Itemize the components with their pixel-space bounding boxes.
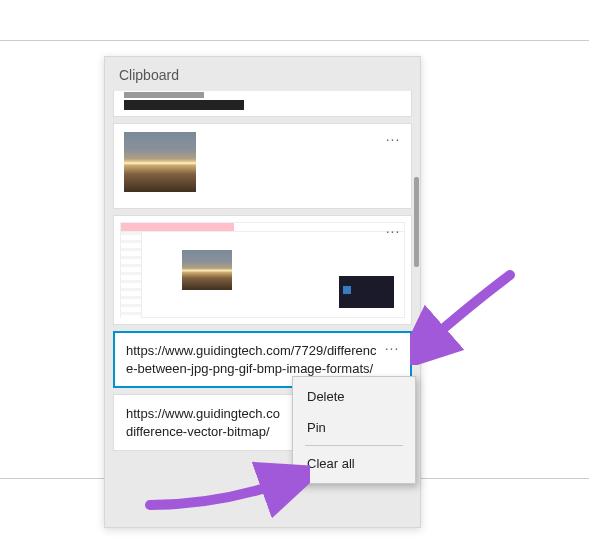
panel-title: Clipboard <box>105 57 420 91</box>
clipboard-entry[interactable] <box>113 91 412 117</box>
clipboard-text: https://www.guidingtech.com/7729/differe… <box>126 343 377 376</box>
menu-pin[interactable]: Pin <box>293 412 415 443</box>
more-icon[interactable]: ··· <box>380 339 404 357</box>
arrow-annotation <box>410 265 520 365</box>
clipboard-entry[interactable]: ··· <box>113 215 412 325</box>
more-icon[interactable]: ··· <box>381 130 405 148</box>
scrollbar-thumb[interactable] <box>414 177 419 267</box>
more-icon[interactable]: ··· <box>381 222 405 240</box>
menu-clear-all[interactable]: Clear all <box>293 448 415 479</box>
image-thumbnail <box>124 132 196 192</box>
thumbnail-strip <box>124 100 244 110</box>
clipboard-text: https://www.guidingtech.co difference-ve… <box>126 406 280 439</box>
menu-separator <box>305 445 403 446</box>
context-menu: Delete Pin Clear all <box>292 376 416 484</box>
screenshot-thumbnail <box>120 222 405 318</box>
clipboard-entry[interactable]: ··· <box>113 123 412 209</box>
menu-delete[interactable]: Delete <box>293 381 415 412</box>
